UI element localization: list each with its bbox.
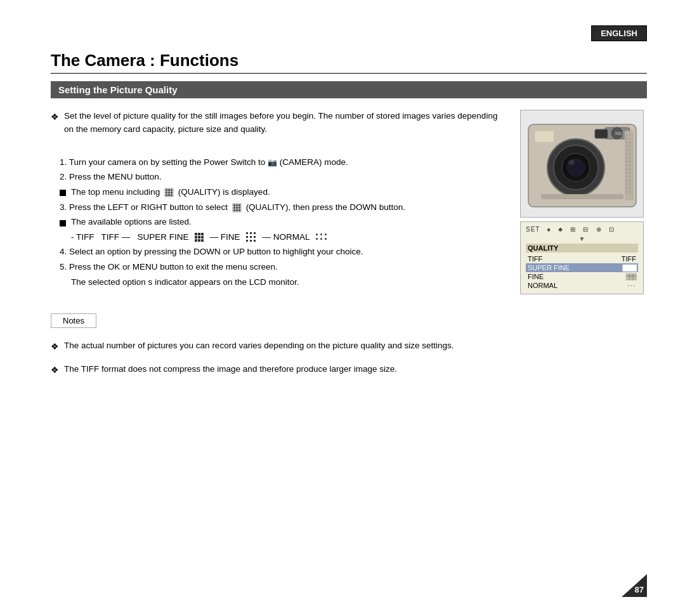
svg-rect-13	[595, 129, 608, 138]
notes-label: Notes	[63, 316, 84, 325]
lcd-arrow: ▼	[526, 235, 638, 242]
page-title: The Camera : Functions	[51, 51, 647, 74]
lcd-row-superfine: SUPER FINE ████	[526, 263, 638, 272]
sub-item-line: The top menu including (QUALITY) is disp…	[60, 185, 507, 199]
diamond-bullet-icon: ❖	[51, 364, 59, 377]
page-number-container: 87	[622, 574, 647, 597]
lcd-normal-icon: ···	[627, 282, 636, 289]
sub-item-text: The top menu including (QUALITY) is disp…	[71, 185, 270, 199]
square-bullet-icon	[60, 190, 66, 196]
square-bullet-icon	[60, 220, 66, 226]
lcd-row-tiff: TIFF TIFF	[526, 254, 638, 263]
diamond-bullet-icon: ❖	[51, 110, 59, 124]
svg-rect-9	[625, 131, 634, 200]
list-item-sub: The selected option s indicator appears …	[57, 275, 507, 289]
list-item-sub: The top menu including (QUALITY) is disp…	[57, 185, 507, 199]
svg-rect-14	[541, 194, 623, 199]
bottom-notes: ❖ The actual number of pictures you can …	[51, 339, 647, 377]
lcd-menu-box: SET ♠ ♣ ⊞ ⊟ ⊕ ⊡ ▼ QUALITY TIFF TIFF SUPE…	[520, 221, 644, 294]
lcd-row-normal: NORMAL ···	[526, 281, 638, 290]
lcd-row-value: TIFF	[622, 255, 636, 263]
list-item: 3. Press the LEFT or RIGHT button to sel…	[57, 200, 507, 214]
page-number: 87	[635, 585, 644, 594]
list-item-sub: The available options are listed.	[57, 215, 507, 229]
lcd-row-label: TIFF	[528, 255, 542, 263]
content-area: ❖ Set the level of picture quality for t…	[51, 110, 647, 294]
note-text-1: The actual number of pictures you can re…	[64, 339, 454, 353]
camera-svg: REC	[522, 112, 643, 216]
sub-item-line: The available options are listed.	[60, 215, 507, 229]
image-column: REC SET ♠ ♣ ⊞ ⊟ ⊕ ⊡	[520, 110, 647, 294]
fine-icon	[246, 232, 256, 242]
normal-icon	[316, 233, 327, 240]
sub-item-line: The selected option s indicator appears …	[60, 275, 507, 289]
text-column: ❖ Set the level of picture quality for t…	[51, 110, 507, 294]
super-fine-icon	[195, 233, 204, 242]
diamond-bullet-icon: ❖	[51, 340, 59, 354]
tiff-options-line: - TIFF TIFF — SUPER FINE — FINE	[60, 230, 507, 244]
lcd-top-row: SET ♠ ♣ ⊞ ⊟ ⊕ ⊡	[526, 226, 638, 233]
list-item: 1. Turn your camera on by setting the Po…	[57, 155, 507, 169]
lcd-row-fine: FINE ▒▒▒	[526, 272, 638, 281]
lcd-menu-title: QUALITY	[526, 244, 638, 252]
svg-text:REC: REC	[615, 131, 625, 136]
note-text-2: The TIFF format does not compress the im…	[64, 363, 397, 376]
lcd-row-label: SUPER FINE	[528, 264, 570, 272]
list-item: 5. Press the OK or MENU button to exit t…	[57, 260, 507, 274]
intro-text: Set the level of picture quality for the…	[64, 110, 507, 136]
note-item-1: ❖ The actual number of pictures you can …	[51, 339, 647, 354]
lcd-fine-icon: ▒▒▒	[626, 273, 636, 280]
camera-mode-icon: 📷	[268, 158, 277, 167]
quality-menu-icon	[164, 188, 174, 197]
lcd-row-label: FINE	[528, 273, 544, 280]
notes-box: Notes	[51, 313, 96, 328]
lcd-superfine-icon: ████	[622, 265, 636, 271]
list-item-sub: - TIFF TIFF — SUPER FINE — FINE	[57, 230, 507, 244]
lcd-row-label: NORMAL	[528, 282, 558, 289]
svg-rect-12	[535, 131, 554, 142]
section-header: Setting the Picture Quality	[51, 81, 647, 98]
intro-paragraph: ❖ Set the level of picture quality for t…	[51, 110, 507, 136]
list-item: 4. Select an option by pressing the DOWN…	[57, 245, 507, 259]
sub-item-text: The available options are listed.	[71, 215, 192, 229]
steps-list: 1. Turn your camera on by setting the Po…	[51, 155, 507, 289]
quality-select-icon	[232, 203, 242, 213]
note-item-2: ❖ The TIFF format does not compress the …	[51, 363, 647, 377]
camera-image: REC	[520, 110, 644, 218]
list-item: 2. Press the MENU button.	[57, 170, 507, 184]
language-badge: ENGLISH	[591, 25, 647, 41]
page-container: ENGLISH The Camera : Functions Setting t…	[0, 0, 685, 616]
